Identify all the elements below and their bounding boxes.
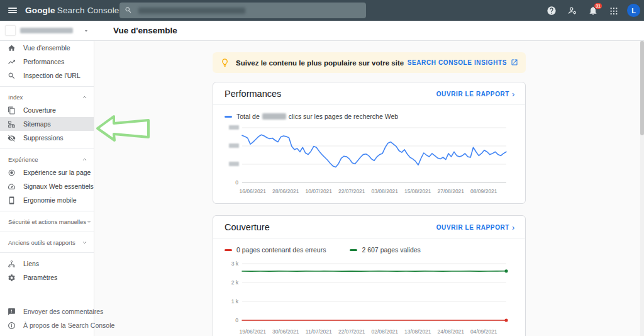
- sidebar-section-sécurité[interactable]: Sécurité et actions manuelles: [0, 215, 94, 228]
- chevron-right-icon: ›: [512, 223, 515, 232]
- property-favicon: [5, 25, 16, 36]
- notifications-icon[interactable]: 31: [586, 3, 601, 18]
- sidebar-item-vue-d-ensemble[interactable]: Vue d'ensemble: [0, 41, 94, 55]
- svg-text:08/09/2021: 08/09/2021: [470, 188, 497, 194]
- sidebar-item-label: Expérience sur la page: [23, 169, 91, 176]
- hamburger-menu-icon[interactable]: [0, 8, 25, 13]
- sidebar-item-couverture[interactable]: Couverture: [0, 103, 94, 117]
- home-icon: [8, 44, 16, 52]
- svg-text:16/06/2021: 16/06/2021: [240, 188, 267, 194]
- redacted-value: [262, 113, 286, 120]
- svg-text:30/06/2021: 30/06/2021: [272, 328, 299, 335]
- property-selector[interactable]: [0, 21, 94, 40]
- scrollbar[interactable]: [640, 41, 644, 336]
- sidebar-footer: Envoyer des commentairesÀ propos de la S…: [0, 305, 94, 332]
- svg-text:22/07/2021: 22/07/2021: [338, 188, 365, 194]
- sidebar-item-label: Signaux Web essentiels: [23, 182, 94, 190]
- sidebar-item-signaux-web-essentiels[interactable]: Signaux Web essentiels: [0, 179, 94, 193]
- main-content: Suivez le contenu le plus populaire sur …: [94, 41, 644, 336]
- chevron-up-icon: [82, 157, 87, 162]
- lightbulb-icon: [220, 58, 230, 67]
- open-report-label: OUVRIR LE RAPPORT: [436, 224, 509, 231]
- sidebar-section-anciens[interactable]: Anciens outils et rapports: [0, 236, 94, 249]
- notification-badge: 31: [594, 3, 602, 9]
- svg-text:04/09/2021: 04/09/2021: [470, 328, 497, 335]
- user-settings-icon[interactable]: [565, 3, 580, 18]
- target-icon: [8, 169, 16, 177]
- svg-text:27/08/2021: 27/08/2021: [438, 188, 465, 194]
- sidebar-section-expérience[interactable]: Expérience: [0, 153, 94, 165]
- logo-brand: Google: [25, 6, 55, 15]
- sidebar-item-ergonomie-mobile[interactable]: Ergonomie mobile: [0, 193, 94, 207]
- sidebar-item-inspection-de-l-url[interactable]: Inspection de l'URL: [0, 69, 94, 82]
- open-report-link-performances[interactable]: OUVRIR LE RAPPORT ›: [436, 90, 515, 98]
- search-input[interactable]: [119, 3, 366, 18]
- sidebar-section-index[interactable]: Index: [0, 91, 94, 103]
- legend-dash-icon: [350, 249, 357, 251]
- open-report-link-couverture[interactable]: OUVRIR LE RAPPORT ›: [436, 223, 515, 232]
- sidebar-item-performances[interactable]: Performances: [0, 55, 94, 69]
- sidebar-item-suppressions[interactable]: Suppressions: [0, 131, 94, 145]
- section-label: Anciens outils et rapports: [8, 239, 75, 246]
- performances-card: Performances OUVRIR LE RAPPORT › Total d…: [213, 82, 526, 204]
- search-console-insights-link[interactable]: SEARCH CONSOLE INSIGHTS: [408, 59, 518, 67]
- sidebar-divider: [0, 148, 94, 149]
- sidebar-divider: [0, 86, 94, 87]
- phone-icon: [8, 196, 16, 204]
- apps-grid-icon[interactable]: [606, 3, 621, 18]
- sidebar-item-label: Couverture: [23, 106, 56, 114]
- svg-text:19/06/2021: 19/06/2021: [240, 328, 267, 335]
- sub-header: Vue d'ensemble: [0, 21, 644, 41]
- couverture-legend: 0 pages contenant des erreurs2 607 pages…: [213, 238, 525, 254]
- sidebar-item-envoyer-des-commentaires[interactable]: Envoyer des commentaires: [0, 305, 94, 318]
- external-link-icon: [511, 59, 518, 67]
- gear-icon: [8, 274, 16, 282]
- sidebar-item-param-tres[interactable]: Paramètres: [0, 271, 94, 284]
- sidebar-item-liens[interactable]: Liens: [0, 257, 94, 271]
- sidebar-item-label: Liens: [23, 260, 39, 267]
- performances-legend: Total declics sur les pages de recherche…: [213, 105, 525, 120]
- card-title: Couverture: [225, 222, 270, 232]
- sidebar-groups: Vue d'ensemblePerformancesInspection de …: [0, 41, 94, 284]
- performances-chart: 016/06/202128/06/202110/07/202122/07/202…: [213, 120, 525, 203]
- sidebar-item--propos-de-la-search-console[interactable]: À propos de la Search Console: [0, 318, 94, 332]
- svg-text:11/07/2021: 11/07/2021: [306, 328, 332, 335]
- sidebar-item-label: Performances: [23, 58, 64, 65]
- sidebar-divider: [0, 232, 94, 232]
- trend-icon: [8, 58, 16, 66]
- sidebar-item-label: Vue d'ensemble: [23, 44, 70, 52]
- sidebar-item-label: Suppressions: [23, 134, 64, 142]
- svg-text:22/07/2021: 22/07/2021: [338, 328, 365, 335]
- svg-text:1 k: 1 k: [231, 298, 239, 305]
- legend-item: 0 pages contenant des erreurs: [225, 246, 326, 254]
- sidebar-divider: [0, 211, 94, 211]
- svg-text:0: 0: [235, 317, 238, 323]
- legend-item: Total declics sur les pages de recherche…: [225, 113, 398, 120]
- svg-text:24/08/2021: 24/08/2021: [438, 328, 465, 335]
- logo-product: Search Console: [57, 6, 119, 15]
- section-label: Sécurité et actions manuelles: [8, 218, 86, 225]
- insights-banner: Suivez le contenu le plus populaire sur …: [213, 52, 526, 73]
- search-icon: [125, 5, 132, 16]
- chevron-down-icon: [82, 240, 87, 245]
- feedback-icon: [8, 308, 16, 316]
- help-icon[interactable]: [544, 3, 559, 18]
- svg-text:10/07/2021: 10/07/2021: [306, 188, 333, 194]
- sidebar-item-exp-rience-sur-la-page[interactable]: Expérience sur la page: [0, 165, 94, 179]
- magnifier-icon: [8, 72, 16, 80]
- scrollbar-thumb[interactable]: [640, 41, 644, 135]
- app-logo: GoogleSearch Console: [25, 6, 119, 15]
- sitemap-icon: [8, 120, 16, 128]
- legend-item: 2 607 pages valides: [350, 246, 420, 254]
- sidebar-item-sitemaps[interactable]: Sitemaps: [0, 117, 94, 131]
- search-query-redacted: [138, 8, 245, 14]
- sidebar-item-label: Envoyer des commentaires: [23, 308, 103, 315]
- banner-text: Suivez le contenu le plus populaire sur …: [236, 59, 404, 67]
- info-icon: [8, 322, 16, 330]
- couverture-card: Couverture OUVRIR LE RAPPORT › 0 pages c…: [213, 215, 526, 336]
- avatar[interactable]: L: [627, 4, 640, 17]
- sidebar-item-label: À propos de la Search Console: [23, 322, 114, 329]
- banner-link-label: SEARCH CONSOLE INSIGHTS: [408, 59, 507, 66]
- eye-off-icon: [8, 134, 16, 142]
- svg-text:02/08/2021: 02/08/2021: [372, 328, 399, 335]
